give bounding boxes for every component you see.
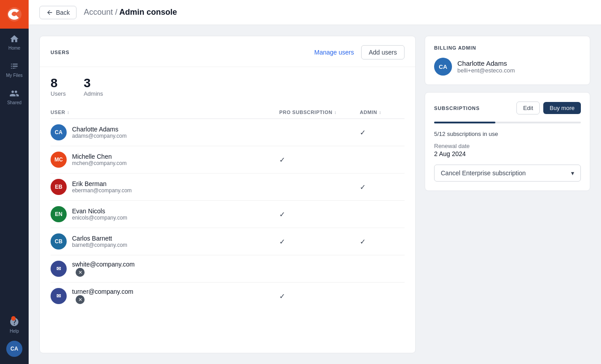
user-count-number: 8 <box>51 76 66 90</box>
table-header: USER ↕ PRO SUBSCRIPTION ↕ ADMIN ↕ <box>51 106 405 119</box>
user-email: mchen@company.com <box>72 160 127 166</box>
table-row: ENEvan Nicolsenicols@company.com✓ <box>51 201 405 228</box>
check-icon: ✓ <box>360 183 366 191</box>
admin-cell: ✓ <box>360 237 405 246</box>
col-admin: ADMIN ↕ <box>360 110 405 115</box>
user-email: eberman@company.com <box>72 187 132 194</box>
pending-icon: ✕ <box>76 295 85 304</box>
billing-name: Charlotte Adams <box>457 59 515 67</box>
users-panel: USERS Manage users Add users 8 Users 3 A… <box>39 36 416 353</box>
user-info: Erik Bermaneberman@company.com <box>72 180 132 194</box>
user-email: enicols@company.com <box>72 215 127 221</box>
check-icon: ✓ <box>279 238 285 245</box>
sidebar-item-home[interactable]: Home <box>0 29 29 56</box>
user-info: swhite@company.com✕ <box>72 261 135 277</box>
progress-bar-container <box>434 122 581 123</box>
breadcrumb: Account / Admin console <box>84 8 177 17</box>
user-cell: ENEvan Nicolsenicols@company.com <box>51 206 279 222</box>
table-row: CACharlotte Adamsadams@company.com✓ <box>51 119 405 146</box>
admin-count-label: Admins <box>84 90 103 97</box>
renewal-date: 2 Aug 2024 <box>434 150 581 157</box>
admin-count-number: 3 <box>84 76 103 90</box>
col-pro: PRO SUBSCRIPTION ↕ <box>279 110 360 115</box>
users-panel-actions: Manage users Add users <box>314 45 405 59</box>
back-button[interactable]: Back <box>39 6 77 19</box>
user-cell: EBErik Bermaneberman@company.com <box>51 179 279 195</box>
user-info: Evan Nicolsenicols@company.com <box>72 207 127 221</box>
sidebar: Home My Files Shared Help CA <box>0 0 29 364</box>
user-avatar: ✉ <box>51 261 67 277</box>
user-count-label: Users <box>51 90 66 97</box>
users-panel-header: USERS Manage users Add users <box>40 36 415 67</box>
table-row: EBErik Bermaneberman@company.com✓ <box>51 174 405 201</box>
pro-cell: ✓ <box>279 237 360 246</box>
user-avatar: CA <box>51 124 67 140</box>
user-cell: MCMichelle Chenmchen@company.com <box>51 152 279 168</box>
cancel-subscription-dropdown[interactable]: Cancel Enterprise subscription ▾ <box>434 165 581 182</box>
current-user-avatar[interactable]: CA <box>6 341 22 357</box>
sidebar-nav: Home My Files Shared <box>0 29 29 313</box>
right-panel: BILLING ADMIN CA Charlotte Adams belli+e… <box>425 36 590 353</box>
subscriptions-actions: Edit Buy more <box>516 102 581 114</box>
check-icon: ✓ <box>360 238 366 245</box>
sidebar-item-home-label: Home <box>9 46 21 51</box>
billing-email: belli+ent@esteco.com <box>457 67 515 74</box>
subscriptions-title: SUBSCRIPTIONS <box>434 106 480 111</box>
subscriptions-in-use: 5/12 subscriptions in use <box>434 131 581 137</box>
user-cell: CBCarlos Barnettbarnett@company.com <box>51 233 279 250</box>
sidebar-item-shared-label: Shared <box>7 100 21 105</box>
sidebar-bottom: Help CA <box>6 313 22 364</box>
user-count-stat: 8 Users <box>51 76 66 97</box>
user-info: Carlos Barnettbarnett@company.com <box>72 235 127 248</box>
user-info: Charlotte Adamsadams@company.com <box>72 126 127 139</box>
admin-cell: ✓ <box>360 183 405 191</box>
check-icon: ✓ <box>279 211 285 218</box>
page-header: Back Account / Admin console <box>29 0 601 25</box>
col-user: USER ↕ <box>51 110 279 115</box>
pro-sort-icon: ↕ <box>334 110 337 115</box>
user-avatar: CB <box>51 233 67 250</box>
table-row: MCMichelle Chenmchen@company.com✓ <box>51 146 405 174</box>
billing-admin-title: BILLING ADMIN <box>434 45 581 51</box>
manage-users-link[interactable]: Manage users <box>314 49 354 56</box>
user-sort-icon: ↕ <box>67 110 70 115</box>
pending-icon: ✕ <box>76 268 85 277</box>
billing-avatar: CA <box>434 58 452 76</box>
sidebar-item-myfiles[interactable]: My Files <box>0 56 29 83</box>
pro-cell: ✓ <box>279 292 360 301</box>
page-content: USERS Manage users Add users 8 Users 3 A… <box>29 25 601 364</box>
help-label: Help <box>10 329 19 334</box>
help-button[interactable]: Help <box>9 313 19 337</box>
add-users-button[interactable]: Add users <box>361 45 405 59</box>
users-section-title: USERS <box>51 50 69 55</box>
billing-user: CA Charlotte Adams belli+ent@esteco.com <box>434 58 581 76</box>
user-info: Michelle Chenmchen@company.com <box>72 153 127 166</box>
sidebar-item-shared[interactable]: Shared <box>0 83 29 110</box>
user-avatar: ✉ <box>51 288 67 304</box>
main-content: Back Account / Admin console USERS Manag… <box>29 0 601 364</box>
user-avatar: EB <box>51 179 67 195</box>
user-name: Charlotte Adams <box>72 126 127 133</box>
user-email: swhite@company.com <box>72 261 135 268</box>
user-name: Carlos Barnett <box>72 235 127 242</box>
user-cell: ✉swhite@company.com✕ <box>51 261 279 277</box>
check-icon: ✓ <box>360 129 366 136</box>
check-icon: ✓ <box>279 292 285 300</box>
stats-row: 8 Users 3 Admins <box>40 67 415 106</box>
app-logo[interactable] <box>0 0 29 29</box>
billing-admin-card: BILLING ADMIN CA Charlotte Adams belli+e… <box>425 36 590 85</box>
table-row: ✉swhite@company.com✕ <box>51 255 405 283</box>
edit-button[interactable]: Edit <box>516 102 540 114</box>
user-name: Michelle Chen <box>72 153 127 160</box>
buy-more-button[interactable]: Buy more <box>543 102 581 114</box>
user-cell: ✉turner@company.com✕ <box>51 288 279 304</box>
table-row: CBCarlos Barnettbarnett@company.com✓✓ <box>51 228 405 255</box>
help-badge <box>11 316 16 321</box>
pro-cell: ✓ <box>279 210 360 219</box>
user-avatar: EN <box>51 206 67 222</box>
pro-cell: ✓ <box>279 156 360 164</box>
user-avatar: MC <box>51 152 67 168</box>
user-email: adams@company.com <box>72 133 127 139</box>
admin-cell: ✓ <box>360 128 405 137</box>
user-email: barnett@company.com <box>72 242 127 248</box>
